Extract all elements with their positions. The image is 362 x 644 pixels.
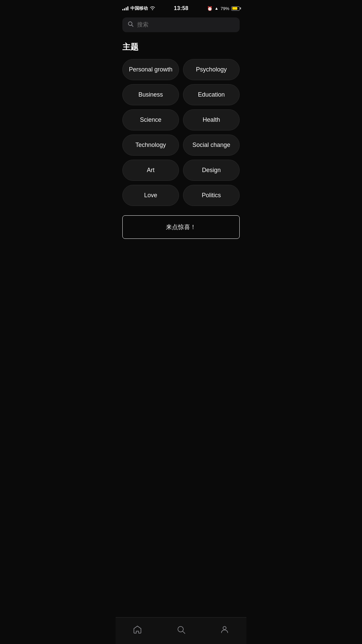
surprise-button[interactable]: 来点惊喜！	[122, 215, 240, 239]
topic-love[interactable]: Love	[122, 185, 179, 206]
topic-politics[interactable]: Politics	[183, 185, 240, 206]
topic-science[interactable]: Science	[122, 109, 179, 130]
topic-personal-growth[interactable]: Personal growth	[122, 59, 179, 80]
topic-design[interactable]: Design	[183, 160, 240, 181]
signal-icon	[122, 6, 128, 10]
location-icon: ▲	[215, 6, 219, 11]
search-icon	[128, 21, 134, 29]
status-time: 13:58	[174, 5, 188, 11]
topics-grid: Personal growth Psychology Business Educ…	[116, 59, 246, 206]
topic-technology[interactable]: Technology	[122, 135, 179, 156]
topic-psychology[interactable]: Psychology	[183, 59, 240, 80]
topic-education[interactable]: Education	[183, 84, 240, 105]
topic-business[interactable]: Business	[122, 84, 179, 105]
surprise-container: 来点惊喜！	[116, 206, 246, 246]
battery-icon	[231, 6, 240, 11]
alarm-icon: ⏰	[207, 6, 213, 11]
status-bar: 中国移动 13:58 ⏰ ▲ 79%	[116, 0, 246, 15]
search-bar[interactable]	[122, 17, 240, 32]
topic-art[interactable]: Art	[122, 160, 179, 181]
battery-percent: 79%	[221, 6, 229, 11]
svg-line-1	[132, 25, 133, 27]
carrier-label: 中国移动	[130, 5, 148, 11]
status-right: ⏰ ▲ 79%	[207, 6, 240, 11]
status-left: 中国移动	[122, 5, 155, 11]
search-container	[116, 15, 246, 36]
topic-health[interactable]: Health	[183, 109, 240, 130]
wifi-icon	[150, 6, 155, 11]
section-title: 主题	[116, 36, 246, 59]
topic-social-change[interactable]: Social change	[183, 135, 240, 156]
search-input[interactable]	[137, 21, 234, 28]
